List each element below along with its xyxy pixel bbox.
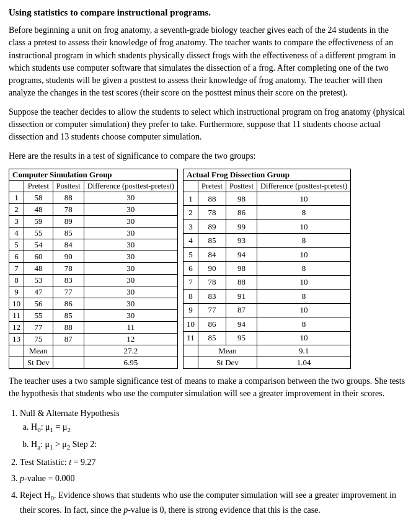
table-row: 12778811 xyxy=(9,321,178,333)
table-row: 11558530 xyxy=(9,309,178,321)
actual-dissection-table: Actual Frog Dissection Group Pretest Pos… xyxy=(183,169,351,369)
step-3-label: p-value = 0.000 xyxy=(20,474,74,483)
step-1: Null & Alternate Hypothesis H0: μ1 = μ2 … xyxy=(20,407,407,453)
ha-prefix: Ha: μ1 > μ2 Step 2: xyxy=(31,440,97,449)
step-2-label: Test Statistic: t = 9.27 xyxy=(20,458,95,467)
step-4-text: Reject H0. Evidence shows that students … xyxy=(20,490,396,515)
step-4: Reject H0. Evidence shows that students … xyxy=(20,489,407,518)
table-row: 9477730 xyxy=(9,286,178,298)
table-row: 4558530 xyxy=(9,227,178,239)
table-row: 3899910 xyxy=(184,219,351,233)
significance-paragraph: The teacher uses a two sample significan… xyxy=(9,375,407,401)
step-1b: Ha: μ1 > μ2 Step 2: xyxy=(31,438,407,453)
table-row: 485938 xyxy=(184,234,351,247)
table-row: 9778710 xyxy=(184,303,351,317)
table-row: 13758712 xyxy=(9,333,178,345)
table-row: 3598930 xyxy=(9,215,178,227)
step-2: Test Statistic: t = 9.27 xyxy=(20,456,407,469)
h0-prefix: H0: μ1 = μ2 xyxy=(31,422,71,432)
table-row: 5849410 xyxy=(184,247,351,261)
table-row: 7788810 xyxy=(184,275,351,289)
table-row: 2487830 xyxy=(9,203,178,215)
table-row: 11859510 xyxy=(184,331,351,345)
tables-container: Computer Simulation Group Pretest Postte… xyxy=(9,169,407,369)
step-1-sub: H0: μ1 = μ2 Ha: μ1 > μ2 Step 2: xyxy=(31,420,407,453)
ad-col-posttest: Posttest xyxy=(226,180,257,192)
ad-col-index xyxy=(184,180,198,192)
table-row: 10568630 xyxy=(9,298,178,309)
computer-simulation-table: Computer Simulation Group Pretest Postte… xyxy=(9,169,178,369)
step-1a: H0: μ1 = μ2 xyxy=(31,420,407,435)
table-row: 690988 xyxy=(184,262,351,275)
ad-col-diff: Difference (posttest-pretest) xyxy=(257,180,350,192)
cs-group-header: Computer Simulation Group xyxy=(9,169,178,180)
table-row: 5548430 xyxy=(9,239,178,250)
third-paragraph: Here are the results in a test of signif… xyxy=(9,150,407,162)
step-1-label: Null & Alternate Hypothesis xyxy=(20,409,120,418)
page-title: Using statistics to compare instructiona… xyxy=(9,7,407,18)
steps-list: Null & Alternate Hypothesis H0: μ1 = μ2 … xyxy=(20,407,407,518)
ad-group-header: Actual Frog Dissection Group xyxy=(184,169,351,180)
table-row: 8538330 xyxy=(9,274,178,286)
ad-col-pretest: Pretest xyxy=(198,180,226,192)
cs-col-pretest: Pretest xyxy=(24,180,53,192)
cs-col-index xyxy=(9,180,24,192)
table-row: 1889810 xyxy=(184,192,351,205)
cs-col-posttest: Posttest xyxy=(53,180,84,192)
intro-paragraph: Before beginning a unit on frog anatomy,… xyxy=(9,24,407,100)
table-row: 278868 xyxy=(184,206,351,219)
cs-col-diff: Difference (posttest-pretest) xyxy=(84,180,177,192)
second-paragraph: Suppose the teacher decides to allow the… xyxy=(9,106,407,144)
table-row: 6609030 xyxy=(9,250,178,262)
step-3: p-value = 0.000 xyxy=(20,472,407,485)
table-row: 1588830 xyxy=(9,192,178,203)
table-row: 7487830 xyxy=(9,262,178,274)
table-row: 883918 xyxy=(184,290,351,303)
table-row: 1086948 xyxy=(184,317,351,331)
